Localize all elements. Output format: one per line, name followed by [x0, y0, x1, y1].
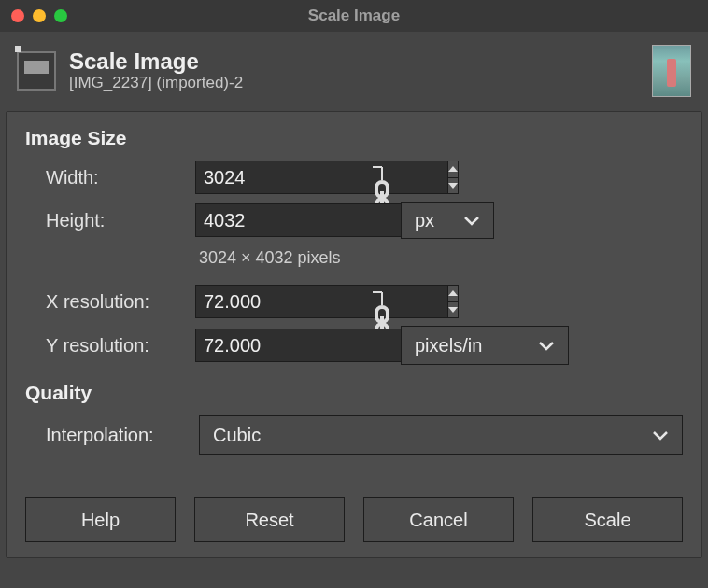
- width-step-down[interactable]: [448, 178, 458, 194]
- interpolation-label: Interpolation:: [46, 425, 184, 446]
- reset-button-label: Reset: [245, 510, 293, 531]
- image-size-grid: Width: Height:: [46, 161, 683, 365]
- xres-input[interactable]: [195, 285, 447, 318]
- yres-label: Y resolution:: [46, 335, 195, 357]
- scale-image-icon: [17, 51, 56, 91]
- xres-spinner: [195, 285, 345, 318]
- chevron-down-icon: [538, 340, 555, 351]
- section-heading-image-size: Image Size: [25, 127, 683, 149]
- chevron-down-icon: [463, 215, 480, 226]
- arrow-down-icon: [448, 183, 458, 189]
- scale-button-label: Scale: [584, 510, 630, 531]
- size-unit-value: px: [415, 210, 434, 231]
- interpolation-value: Cubic: [213, 425, 261, 446]
- dialog-button-bar: Help Reset Cancel Scale: [25, 497, 683, 542]
- width-spinner: [195, 161, 345, 194]
- arrow-down-icon: [448, 307, 458, 313]
- cancel-button[interactable]: Cancel: [363, 497, 514, 542]
- arrow-up-icon: [448, 290, 458, 296]
- section-heading-quality: Quality: [25, 382, 683, 404]
- height-spinner: [195, 203, 345, 237]
- width-label: Width:: [46, 167, 195, 189]
- pixel-dimensions-readout: 3024 × 4032 pixels: [195, 246, 588, 277]
- dialog-header: Scale Image [IMG_2237] (imported)-2: [0, 32, 708, 108]
- dialog-subtitle: [IMG_2237] (imported)-2: [69, 74, 639, 92]
- xres-step-up[interactable]: [448, 286, 458, 302]
- reset-button[interactable]: Reset: [194, 497, 345, 542]
- interpolation-combo[interactable]: Cubic: [199, 415, 683, 455]
- resolution-unit-combo[interactable]: pixels/in: [401, 326, 569, 365]
- window-title: Scale Image: [0, 7, 708, 25]
- dialog-title: Scale Image: [69, 49, 639, 74]
- chevron-down-icon: [652, 429, 669, 441]
- help-button[interactable]: Help: [25, 497, 176, 542]
- yres-spinner: [195, 329, 345, 362]
- image-thumbnail: [652, 45, 691, 97]
- scale-button[interactable]: Scale: [532, 497, 683, 542]
- width-step-up[interactable]: [448, 161, 458, 178]
- cancel-button-label: Cancel: [409, 510, 467, 531]
- width-input[interactable]: [195, 161, 447, 194]
- title-bar: Scale Image: [0, 0, 708, 32]
- dialog-body: Image Size Width: Height:: [6, 111, 702, 558]
- resolution-unit-value: pixels/in: [415, 335, 482, 357]
- xres-step-down[interactable]: [448, 302, 458, 318]
- xres-label: X resolution:: [46, 291, 195, 313]
- arrow-up-icon: [448, 166, 458, 172]
- size-unit-combo[interactable]: px: [401, 202, 494, 239]
- height-label: Height:: [46, 210, 195, 231]
- help-button-label: Help: [81, 510, 120, 531]
